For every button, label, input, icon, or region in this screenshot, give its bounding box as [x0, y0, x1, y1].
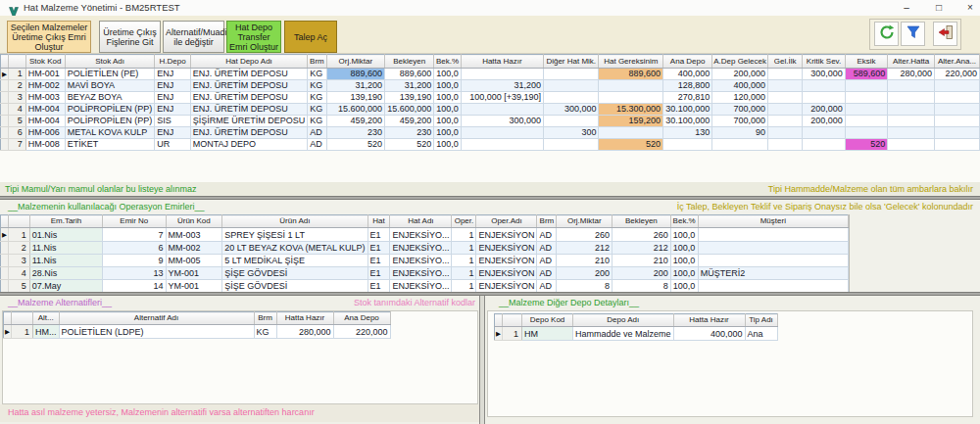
cell[interactable] [698, 228, 848, 242]
cell[interactable]: YM-001 [166, 280, 222, 293]
column-header[interactable]: Depo Kod [522, 314, 573, 327]
cell[interactable]: AD [537, 255, 557, 267]
cell[interactable]: 100,0 [670, 242, 698, 255]
cell[interactable] [663, 139, 712, 151]
cell[interactable] [803, 127, 845, 139]
create-line-depot-transfer-order-button[interactable]: Hat Depo Transfer Emri Oluştur [226, 21, 281, 53]
cell[interactable] [544, 80, 599, 92]
cell[interactable]: 520 [845, 139, 888, 151]
cell[interactable]: HM-003 [25, 92, 65, 104]
column-header[interactable]: Brm [308, 55, 326, 69]
cell[interactable]: 100,0 [434, 139, 462, 151]
column-header[interactable]: Oper. [452, 215, 476, 228]
column-header[interactable]: Gel.İlk [767, 55, 802, 69]
cell[interactable] [461, 127, 543, 139]
cell[interactable]: ENJEKSİYON [476, 280, 537, 293]
cell[interactable]: ENJ. ÜRETİM DEPOSU [190, 80, 308, 92]
open-request-button[interactable]: Talep Aç [284, 21, 337, 53]
cell[interactable]: 260 [612, 228, 671, 242]
cell[interactable]: 459,200 [326, 116, 385, 127]
cell[interactable]: 139,190 [326, 92, 385, 104]
cell[interactable]: 30.100,000 [663, 116, 712, 127]
cell[interactable]: ENJ [155, 80, 190, 92]
create-production-output-order-button[interactable]: Seçilen Malzemeler Üretime Çıkış Emri Ol… [7, 21, 91, 53]
table-row[interactable]: ▶ 1 01.Nis 7 MM-003SPREY ŞİŞESİ 1 LTE1EN… [1, 228, 849, 242]
row-number-cell[interactable]: 4 [8, 104, 25, 116]
column-header[interactable]: Tip Adı [745, 314, 777, 327]
cell[interactable]: POLİPROPİLEN (PP) [65, 116, 155, 127]
cell[interactable]: E1 [368, 255, 390, 267]
cell[interactable]: ENJ [155, 127, 190, 139]
cell[interactable] [698, 242, 848, 255]
cell[interactable]: 100,0 [670, 280, 698, 293]
cell[interactable]: 212 [612, 242, 671, 255]
column-header[interactable]: Ana Depo [333, 312, 390, 325]
cell[interactable] [888, 80, 935, 92]
cell[interactable]: 100,0 [434, 92, 462, 104]
cell[interactable] [767, 80, 802, 92]
replace-with-alternative-button[interactable]: Alternatif/Muadil ile değiştir [163, 21, 224, 53]
cell[interactable]: AD [537, 280, 557, 293]
column-header[interactable]: Ürün Kod [166, 215, 222, 228]
cell[interactable]: 13 [103, 267, 166, 280]
cell[interactable]: 300,000 [803, 69, 845, 80]
refresh-button[interactable] [874, 22, 899, 46]
cell[interactable] [767, 104, 802, 116]
table-row[interactable]: 2 11.Nis 6 MM-00220 LT BEYAZ KOVA (METAL… [1, 242, 849, 255]
cell[interactable]: 200,000 [712, 69, 768, 80]
cell[interactable] [888, 92, 935, 104]
cell[interactable]: 200 [612, 267, 671, 280]
cell[interactable]: 9 [103, 255, 166, 267]
cell[interactable] [767, 69, 802, 80]
column-header[interactable]: A.Dep Gelecek [712, 55, 768, 69]
cell[interactable]: 128,800 [663, 80, 712, 92]
row-number-cell[interactable]: 4 [8, 267, 29, 280]
cell[interactable]: 400,000 [663, 69, 712, 80]
cell[interactable]: 220,000 [935, 69, 980, 80]
column-header[interactable]: Eksik [845, 55, 888, 69]
cell[interactable]: MM-005 [166, 255, 222, 267]
cell[interactable]: ENJ [155, 92, 190, 104]
cell[interactable]: 01.Nis [29, 228, 102, 242]
cell[interactable]: ENJEKSİYON [476, 242, 537, 255]
cell[interactable]: 90 [712, 127, 768, 139]
cell[interactable]: 1 [452, 255, 476, 267]
cell[interactable] [888, 139, 935, 151]
cell[interactable]: 20 LT BEYAZ KOVA (METAL KULP) [222, 242, 368, 255]
column-header[interactable]: Hatta Hazır [461, 55, 543, 69]
cell[interactable]: 589,600 [845, 69, 888, 80]
cell[interactable] [544, 92, 599, 104]
column-header[interactable]: Hat Adı [390, 215, 452, 228]
cell[interactable]: 11.Nis [29, 242, 102, 255]
cell[interactable]: ENJEKSİYO... [390, 255, 452, 267]
column-header[interactable]: Diğer Hat Mik. [544, 55, 599, 69]
cell[interactable]: ETİKET [65, 139, 155, 151]
cell[interactable] [845, 116, 888, 127]
selected-cell[interactable]: 889,600 [326, 69, 385, 80]
cell[interactable]: ŞİŞE GÖVDESİ [222, 267, 368, 280]
cell[interactable]: AD [537, 242, 557, 255]
cell[interactable]: HM [522, 327, 573, 341]
cell[interactable]: 100,0 [434, 127, 462, 139]
cell[interactable] [803, 80, 845, 92]
cell[interactable]: 14 [103, 280, 166, 293]
cell[interactable] [712, 139, 768, 151]
cell[interactable] [935, 127, 980, 139]
cell[interactable]: KG [308, 80, 326, 92]
cell[interactable]: 220,000 [333, 325, 390, 339]
cell[interactable]: HM... [33, 325, 60, 339]
column-header[interactable]: Em.Tarih [29, 215, 102, 228]
cell[interactable]: 270,810 [663, 92, 712, 104]
cell[interactable]: 31,200 [461, 80, 543, 92]
column-header[interactable]: Brm [254, 312, 276, 325]
cell[interactable]: BEYAZ BOYA [65, 92, 155, 104]
table-row[interactable]: ▶ 1 HM-001POLİETİLEN (PE)ENJENJ. ÜRETİM … [1, 69, 980, 80]
cell[interactable] [767, 116, 802, 127]
table-row[interactable]: ▶ 1 HM... POLİETİLEN (LDPE) KG 280,000 2… [4, 325, 391, 339]
column-header[interactable]: Alt... [33, 312, 60, 325]
cell[interactable]: E1 [368, 242, 390, 255]
row-number-cell[interactable]: 1 [8, 69, 25, 80]
cell[interactable] [803, 92, 845, 104]
cell[interactable]: 1 [452, 267, 476, 280]
cell[interactable]: 1 [452, 242, 476, 255]
